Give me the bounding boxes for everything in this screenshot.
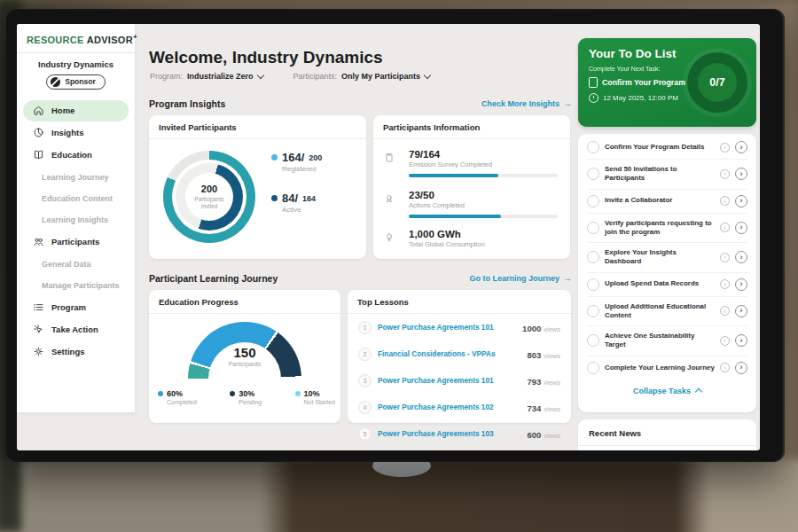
sidebar-item-insights[interactable]: Insights <box>23 122 129 144</box>
check-more-insights-link[interactable]: Check More Insights→ <box>481 99 572 108</box>
registered-value: 164/ <box>282 151 304 164</box>
lesson-link[interactable]: Power Purchase Agreements 101 <box>378 376 520 385</box>
task-checkbox[interactable] <box>587 334 599 347</box>
dashboard-screen: RESOURCE ADVISOR+ Industry Dynamics Spon… <box>17 24 760 450</box>
sidebar-item-program[interactable]: Program <box>23 297 129 318</box>
lesson-row: 5Power Purchase Agreements 103600views <box>348 420 571 447</box>
info-icon[interactable]: i <box>720 253 730 262</box>
task-row[interactable]: Verify participants requesting to join t… <box>587 214 747 244</box>
task-label: Confirm Your Program Details <box>605 143 715 152</box>
participants-information-card: Participants Information 79/164 Emission… <box>373 115 570 259</box>
task-row[interactable]: Upload Additional Educational Contenti› <box>587 297 747 327</box>
task-checkbox[interactable] <box>587 305 599 317</box>
todo-progress-value: 0/7 <box>698 63 737 102</box>
task-checkbox[interactable] <box>587 362 599 374</box>
task-row[interactable]: Explore Your Insights Dashboardi› <box>587 243 747 273</box>
sidebar-item-settings[interactable]: Settings <box>23 341 129 363</box>
sidebar-item-education[interactable]: Education <box>23 145 129 166</box>
actions-icon <box>384 192 395 207</box>
task-row[interactable]: Complete Your Learning Journeyi› <box>587 356 747 379</box>
lesson-row: 4Power Purchase Agreements 102734views <box>348 394 571 420</box>
todo-subtitle: Complete Your Next Task: <box>589 66 660 72</box>
section-title: Participant Learning Journey <box>149 273 278 284</box>
task-checkbox[interactable] <box>587 195 599 207</box>
sidebar-nav: Home Insights Education Learning Journey… <box>17 100 135 363</box>
sponsor-badge[interactable]: Sponsor <box>46 74 105 90</box>
sidebar-item-manage-participants[interactable]: Manage Participants <box>17 275 135 296</box>
program-dropdown[interactable]: Program: Industrialize Zero <box>150 72 263 81</box>
recent-news-card: Recent News <box>578 419 756 450</box>
stat-row: 79/164 Emission Survey Completed <box>384 149 559 177</box>
sidebar-item-education-content[interactable]: Education Content <box>17 188 135 209</box>
task-go-button[interactable]: › <box>735 362 747 374</box>
info-icon[interactable]: i <box>720 363 730 372</box>
clock-icon <box>589 93 598 103</box>
task-go-button[interactable]: › <box>735 251 747 263</box>
legend-dot <box>271 195 278 201</box>
task-checkbox[interactable] <box>587 251 599 263</box>
active-total: 164 <box>302 194 316 203</box>
task-go-button[interactable]: › <box>735 195 747 207</box>
gauge-label: Participants <box>149 361 340 367</box>
consumption-icon <box>384 231 395 246</box>
lesson-link[interactable]: Financial Considerations - VPPAs <box>378 349 520 358</box>
task-checkbox[interactable] <box>587 222 599 234</box>
sidebar-item-take-action[interactable]: Take Action <box>23 319 129 340</box>
app-logo: RESOURCE ADVISOR+ <box>17 24 135 45</box>
sidebar-item-general-data[interactable]: General Data <box>17 254 135 275</box>
info-icon[interactable]: i <box>720 143 730 153</box>
task-go-button[interactable]: › <box>735 168 747 180</box>
task-go-button[interactable]: › <box>735 305 747 317</box>
progress-track <box>409 215 558 218</box>
task-go-button[interactable]: › <box>735 334 747 347</box>
stat-label: Total Global Consumption <box>409 240 559 248</box>
education-progress-card: Education Progress 150 Participants 60%C… <box>149 290 340 423</box>
chevron-down-icon <box>424 71 431 78</box>
recent-news-title: Recent News <box>578 419 756 446</box>
task-checkbox[interactable] <box>587 278 599 291</box>
lesson-link[interactable]: Power Purchase Agreements 102 <box>378 403 520 411</box>
collapse-label: Collapse Tasks <box>633 387 691 395</box>
active-legend: 84/164 Active <box>271 192 316 214</box>
go-to-learning-journey-link[interactable]: Go to Learning Journey→ <box>469 274 572 283</box>
sidebar-item-participants[interactable]: Participants <box>23 231 129 253</box>
stat-label: Actions Completed <box>409 201 559 209</box>
sponsor-icon <box>51 77 60 87</box>
info-icon[interactable]: i <box>720 336 730 346</box>
nav-label: Insights <box>51 128 83 137</box>
task-row[interactable]: Achieve One Sustainability Targeti› <box>587 326 747 356</box>
monitor-bezel: RESOURCE ADVISOR+ Industry Dynamics Spon… <box>6 9 785 462</box>
task-go-button[interactable]: › <box>735 278 747 291</box>
task-row[interactable]: Send 50 Invitations to Participantsi› <box>587 160 747 190</box>
task-label: Invite a Collaborator <box>605 196 715 205</box>
sidebar-item-home[interactable]: Home <box>23 100 129 121</box>
task-row[interactable]: Upload Spend Data Recordsi› <box>587 273 747 297</box>
lesson-link[interactable]: Power Purchase Agreements 101 <box>378 323 516 332</box>
info-icon[interactable]: i <box>720 169 730 179</box>
task-label: Explore Your Insights Dashboard <box>605 248 715 267</box>
task-go-button[interactable]: › <box>735 141 747 153</box>
info-icon[interactable]: i <box>720 279 730 289</box>
sidebar-item-learning-insights[interactable]: Learning Insights <box>17 209 135 231</box>
info-icon[interactable]: i <box>720 196 730 206</box>
gauge-legend: 60%Completed 30%Pending 10%Not Started <box>158 389 335 405</box>
settings-icon <box>33 346 44 357</box>
info-icon[interactable]: i <box>720 306 730 316</box>
task-checkbox[interactable] <box>587 141 599 153</box>
views-suffix: views <box>544 379 560 387</box>
card-title: Participants Information <box>373 115 570 139</box>
task-checkbox[interactable] <box>587 168 599 180</box>
info-icon[interactable]: i <box>720 223 730 232</box>
task-row[interactable]: Confirm Your Program Detailsi› <box>587 136 747 160</box>
sidebar-item-learning-journey[interactable]: Learning Journey <box>17 167 135 188</box>
section-title: Program Insights <box>149 98 225 109</box>
task-go-button[interactable]: › <box>735 222 747 234</box>
nav-label: Settings <box>51 347 84 356</box>
participants-value: Only My Participants <box>341 72 420 81</box>
lesson-link[interactable]: Power Purchase Agreements 103 <box>378 429 520 438</box>
collapse-tasks-link[interactable]: Collapse Tasks <box>587 379 747 399</box>
participants-dropdown[interactable]: Participants: Only My Participants <box>293 72 431 81</box>
task-label: Send 50 Invitations to Participants <box>605 165 715 184</box>
task-row[interactable]: Invite a Collaboratori› <box>587 190 747 214</box>
legend-dot <box>230 391 235 396</box>
